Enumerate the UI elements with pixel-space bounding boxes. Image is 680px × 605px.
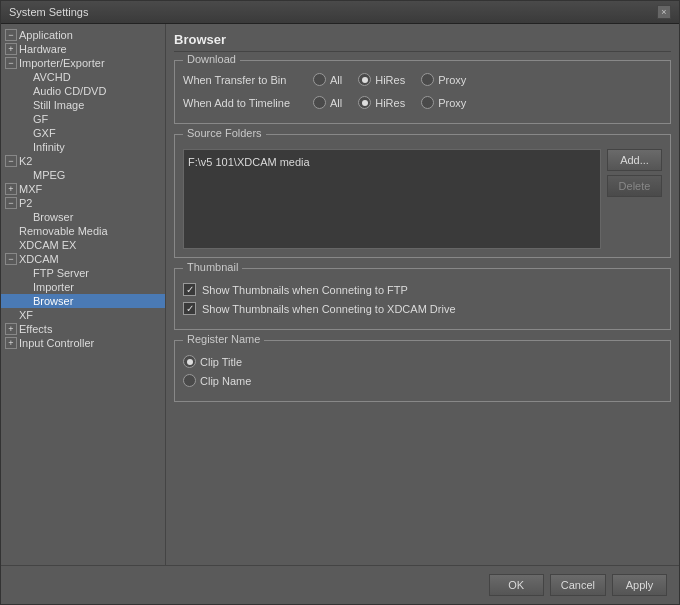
sidebar-item-importer-exporter[interactable]: −Importer/Exporter <box>1 56 165 70</box>
sidebar-label-mxf: MXF <box>19 183 42 195</box>
source-folders-group: Source Folders F:\v5 101\XDCAM media Add… <box>174 134 671 258</box>
source-list-item[interactable]: F:\v5 101\XDCAM media <box>188 154 596 170</box>
register-option-clip-title[interactable]: Clip Title <box>183 355 662 368</box>
expand-icon[interactable]: + <box>5 337 17 349</box>
download-row-label-0: When Transfer to Bin <box>183 74 313 86</box>
collapse-icon[interactable]: − <box>5 29 17 41</box>
sidebar-label-mpeg: MPEG <box>33 169 65 181</box>
register-label-clip-name: Clip Name <box>200 375 251 387</box>
close-button[interactable]: × <box>657 5 671 19</box>
register-option-clip-name[interactable]: Clip Name <box>183 374 662 387</box>
radio-label-proxy1: Proxy <box>438 74 466 86</box>
checkbox-thumb-xdcam[interactable] <box>183 302 196 315</box>
radio-label-all2: All <box>330 97 342 109</box>
sidebar-item-hardware[interactable]: +Hardware <box>1 42 165 56</box>
sidebar-item-xdcam-ex[interactable]: XDCAM EX <box>1 238 165 252</box>
register-radio-outer-clip-name <box>183 374 196 387</box>
sidebar-label-avchd: AVCHD <box>33 71 71 83</box>
sidebar-item-removable-media[interactable]: Removable Media <box>1 224 165 238</box>
expand-icon[interactable]: + <box>5 323 17 335</box>
sidebar-label-importer-exporter: Importer/Exporter <box>19 57 105 69</box>
radio-inner-hires1 <box>362 77 368 83</box>
radio-option-all1[interactable]: All <box>313 73 342 86</box>
sidebar-label-xf: XF <box>19 309 33 321</box>
footer: OK Cancel Apply <box>1 565 679 604</box>
collapse-icon[interactable]: − <box>5 197 17 209</box>
sidebar-item-audio-cd-dvd[interactable]: Audio CD/DVD <box>1 84 165 98</box>
radio-label-proxy2: Proxy <box>438 97 466 109</box>
radio-group-1: AllHiResProxy <box>313 96 466 109</box>
radio-option-hires2[interactable]: HiRes <box>358 96 405 109</box>
sidebar-item-avchd[interactable]: AVCHD <box>1 70 165 84</box>
thumbnail-group-label: Thumbnail <box>183 261 242 273</box>
sidebar-item-mxf[interactable]: +MXF <box>1 182 165 196</box>
register-name-label: Register Name <box>183 333 264 345</box>
sidebar-label-gf: GF <box>33 113 48 125</box>
radio-outer-all1 <box>313 73 326 86</box>
sidebar-item-browser-p2[interactable]: Browser <box>1 210 165 224</box>
sidebar-label-ftp-server: FTP Server <box>33 267 89 279</box>
radio-option-proxy2[interactable]: Proxy <box>421 96 466 109</box>
sidebar-item-ftp-server[interactable]: FTP Server <box>1 266 165 280</box>
sidebar-item-xdcam[interactable]: −XDCAM <box>1 252 165 266</box>
source-folders-content: F:\v5 101\XDCAM media Add... Delete <box>183 149 662 249</box>
checkbox-row-thumb-ftp[interactable]: Show Thumbnails when Conneting to FTP <box>183 283 662 296</box>
system-settings-dialog: System Settings × −Application+Hardware−… <box>0 0 680 605</box>
radio-option-all2[interactable]: All <box>313 96 342 109</box>
sidebar-item-application[interactable]: −Application <box>1 28 165 42</box>
main-content: −Application+Hardware−Importer/ExporterA… <box>1 24 679 565</box>
sidebar-item-mpeg[interactable]: MPEG <box>1 168 165 182</box>
sidebar-item-still-image[interactable]: Still Image <box>1 98 165 112</box>
sidebar-label-removable-media: Removable Media <box>19 225 108 237</box>
sidebar-item-infinity[interactable]: Infinity <box>1 140 165 154</box>
radio-label-hires2: HiRes <box>375 97 405 109</box>
dialog-title: System Settings <box>9 6 88 18</box>
radio-option-proxy1[interactable]: Proxy <box>421 73 466 86</box>
sidebar-label-browser: Browser <box>33 295 73 307</box>
checkbox-thumb-ftp[interactable] <box>183 283 196 296</box>
delete-button[interactable]: Delete <box>607 175 662 197</box>
panel-title: Browser <box>174 32 671 52</box>
checkbox-label-thumb-ftp: Show Thumbnails when Conneting to FTP <box>202 284 408 296</box>
collapse-icon[interactable]: − <box>5 57 17 69</box>
sidebar-label-application: Application <box>19 29 73 41</box>
sidebar-item-gxf[interactable]: GXF <box>1 126 165 140</box>
sidebar-label-hardware: Hardware <box>19 43 67 55</box>
sidebar-label-k2: K2 <box>19 155 32 167</box>
expand-icon[interactable]: + <box>5 43 17 55</box>
register-label-clip-title: Clip Title <box>200 356 242 368</box>
source-list[interactable]: F:\v5 101\XDCAM media <box>183 149 601 249</box>
radio-outer-hires2 <box>358 96 371 109</box>
sidebar-item-p2[interactable]: −P2 <box>1 196 165 210</box>
apply-button[interactable]: Apply <box>612 574 667 596</box>
radio-option-hires1[interactable]: HiRes <box>358 73 405 86</box>
radio-outer-all2 <box>313 96 326 109</box>
sidebar-label-browser-p2: Browser <box>33 211 73 223</box>
sidebar-label-importer: Importer <box>33 281 74 293</box>
source-buttons: Add... Delete <box>607 149 662 249</box>
sidebar-item-importer[interactable]: Importer <box>1 280 165 294</box>
register-radio-inner-clip-title <box>187 359 193 365</box>
download-row-0: When Transfer to BinAllHiResProxy <box>183 69 662 86</box>
add-button[interactable]: Add... <box>607 149 662 171</box>
radio-outer-hires1 <box>358 73 371 86</box>
collapse-icon[interactable]: − <box>5 253 17 265</box>
sidebar-item-k2[interactable]: −K2 <box>1 154 165 168</box>
expand-icon[interactable]: + <box>5 183 17 195</box>
sidebar-item-effects[interactable]: +Effects <box>1 322 165 336</box>
sidebar-label-infinity: Infinity <box>33 141 65 153</box>
cancel-button[interactable]: Cancel <box>550 574 606 596</box>
radio-outer-proxy2 <box>421 96 434 109</box>
sidebar-item-xf[interactable]: XF <box>1 308 165 322</box>
collapse-icon[interactable]: − <box>5 155 17 167</box>
sidebar-label-p2: P2 <box>19 197 32 209</box>
checkbox-row-thumb-xdcam[interactable]: Show Thumbnails when Conneting to XDCAM … <box>183 302 662 315</box>
ok-button[interactable]: OK <box>489 574 544 596</box>
sidebar-item-gf[interactable]: GF <box>1 112 165 126</box>
sidebar-item-input-controller[interactable]: +Input Controller <box>1 336 165 350</box>
sidebar-label-xdcam: XDCAM <box>19 253 59 265</box>
sidebar: −Application+Hardware−Importer/ExporterA… <box>1 24 166 565</box>
radio-inner-hires2 <box>362 100 368 106</box>
download-row-1: When Add to TimelineAllHiResProxy <box>183 92 662 109</box>
sidebar-item-browser[interactable]: Browser <box>1 294 165 308</box>
